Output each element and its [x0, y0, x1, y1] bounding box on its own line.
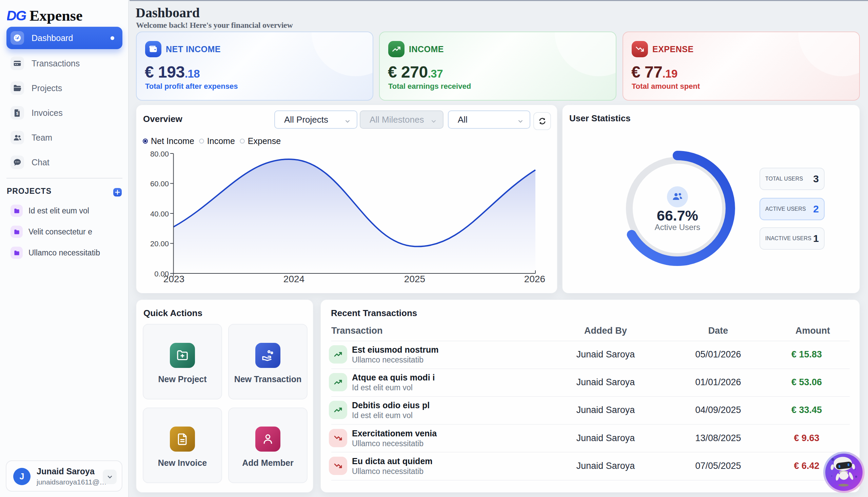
- svg-text:40.00: 40.00: [150, 210, 169, 218]
- svg-text:2023: 2023: [163, 274, 184, 284]
- svg-text:60.00: 60.00: [150, 180, 169, 188]
- svg-text:$: $: [16, 111, 19, 116]
- svg-text:20.00: 20.00: [150, 240, 169, 248]
- svg-text:2024: 2024: [284, 274, 304, 284]
- svg-text:DG: DG: [7, 9, 26, 23]
- svg-text:2026: 2026: [524, 274, 545, 284]
- svg-text:2025: 2025: [404, 274, 425, 284]
- svg-text:80.00: 80.00: [150, 150, 169, 158]
